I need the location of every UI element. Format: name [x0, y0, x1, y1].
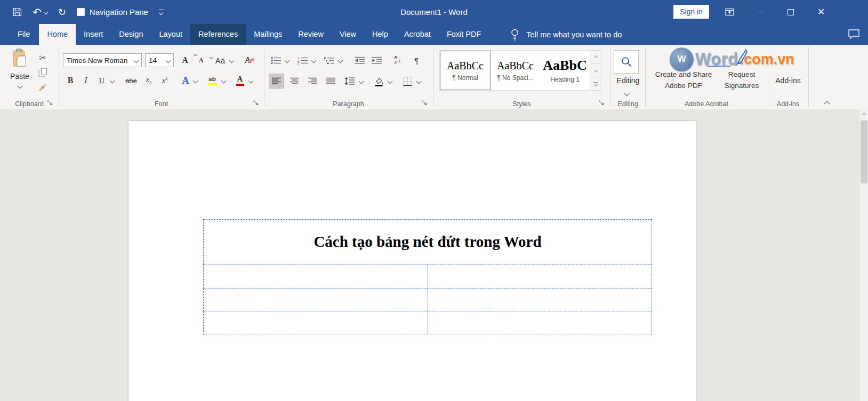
document-page[interactable]: Cách tạo bảng nét đứt trong Word	[128, 121, 696, 401]
change-case-button[interactable]: Aa	[212, 53, 228, 67]
bullets-button[interactable]	[270, 53, 283, 67]
table-cell[interactable]	[428, 288, 652, 311]
font-name-dropdown-icon[interactable]	[134, 58, 139, 63]
format-painter-button[interactable]	[35, 81, 50, 94]
change-case-dropdown-icon[interactable]	[228, 53, 235, 67]
shrink-font-button[interactable]: A	[194, 53, 208, 67]
align-center-button[interactable]	[287, 74, 302, 89]
add-ins-button[interactable]: Add-ins	[768, 76, 808, 85]
text-highlight-dropdown-icon[interactable]	[220, 74, 227, 87]
tab-help[interactable]: Help	[364, 24, 396, 45]
tab-design[interactable]: Design	[111, 24, 151, 45]
numbering-dropdown-icon[interactable]	[310, 53, 317, 67]
grow-font-button[interactable]: A	[178, 53, 192, 67]
editing-dropdown-icon[interactable]	[625, 88, 629, 98]
borders-button[interactable]	[400, 74, 415, 89]
clear-formatting-button[interactable]: A	[241, 53, 258, 67]
tab-insert[interactable]: Insert	[76, 24, 111, 45]
paste-button[interactable]: Paste	[4, 48, 35, 100]
feedback-bubble-icon[interactable]	[848, 29, 860, 39]
underline-dropdown-icon[interactable]	[109, 74, 115, 87]
line-spacing-button[interactable]	[342, 74, 357, 89]
styles-gallery-expand-icon[interactable]	[591, 77, 600, 90]
italic-button[interactable]: I	[80, 74, 92, 87]
font-dialog-launcher-icon[interactable]	[253, 100, 260, 107]
multilevel-dropdown-icon[interactable]	[337, 53, 343, 67]
redo-icon[interactable]: ↻	[58, 7, 66, 17]
maximize-button[interactable]	[783, 0, 799, 24]
navigation-pane-checkbox[interactable]	[77, 8, 85, 16]
borders-dropdown-icon[interactable]	[415, 74, 422, 88]
style-heading-1[interactable]: AaBbC Heading 1	[540, 51, 590, 90]
scroll-up-icon[interactable]	[859, 109, 868, 119]
shading-dropdown-icon[interactable]	[387, 74, 393, 88]
undo-button[interactable]: ↶	[33, 7, 47, 18]
justify-button[interactable]	[323, 74, 338, 89]
font-color-dropdown-icon[interactable]	[247, 74, 254, 87]
table-header-cell[interactable]: Cách tạo bảng nét đứt trong Word	[203, 219, 652, 264]
sort-button[interactable]: A Z ↓	[390, 53, 405, 67]
increase-indent-button[interactable]	[370, 53, 384, 67]
text-effects-button[interactable]: A	[179, 74, 192, 87]
editing-find-button[interactable]	[614, 50, 639, 74]
strikethrough-button[interactable]: abe	[122, 74, 141, 87]
navigation-pane-toggle[interactable]: Navigation Pane	[77, 7, 148, 17]
paragraph-dialog-launcher-icon[interactable]	[421, 100, 428, 107]
numbering-button[interactable]: 1 2 3	[296, 53, 309, 67]
undo-dropdown-icon[interactable]	[44, 10, 48, 14]
subscript-button[interactable]: x2	[142, 74, 156, 87]
ribbon-display-options-icon[interactable]	[721, 0, 737, 24]
editing-label[interactable]: Editing	[610, 76, 646, 85]
decrease-indent-button[interactable]	[353, 53, 367, 67]
text-highlight-button[interactable]: ab	[205, 74, 220, 87]
minimize-button[interactable]	[752, 0, 768, 24]
style-normal[interactable]: AaBbCc ¶ Normal	[440, 51, 491, 90]
table-cell[interactable]	[204, 264, 428, 288]
copy-button[interactable]	[35, 66, 50, 79]
create-share-adobe-pdf-button[interactable]: Create and Share Adobe PDF	[648, 48, 719, 92]
clipboard-dialog-launcher-icon[interactable]	[47, 100, 54, 107]
request-signatures-button[interactable]: Request Signatures	[719, 48, 765, 92]
align-left-button[interactable]	[269, 74, 284, 89]
tab-acrobat[interactable]: Acrobat	[396, 24, 439, 45]
sign-in-button[interactable]: Sign in	[673, 5, 709, 19]
align-right-button[interactable]	[305, 74, 320, 89]
tab-layout[interactable]: Layout	[151, 24, 190, 45]
customize-quick-access-icon[interactable]	[159, 10, 164, 14]
tab-foxit-pdf[interactable]: Foxit PDF	[439, 24, 489, 45]
close-button[interactable]: ✕	[813, 0, 829, 24]
font-name-combobox[interactable]: Times New Roman	[63, 53, 142, 67]
underline-button[interactable]: U	[96, 74, 108, 87]
table-cell[interactable]	[428, 311, 652, 334]
font-color-button[interactable]: A	[233, 74, 247, 87]
vertical-scrollbar[interactable]	[859, 109, 868, 401]
bold-button[interactable]: B	[64, 74, 77, 87]
table-cell[interactable]	[428, 264, 652, 288]
font-size-combobox[interactable]: 14	[145, 53, 174, 67]
table-cell[interactable]	[204, 311, 428, 334]
superscript-button[interactable]: x2	[158, 74, 172, 87]
tab-review[interactable]: Review	[290, 24, 332, 45]
tab-view[interactable]: View	[332, 24, 364, 45]
tab-mailings[interactable]: Mailings	[246, 24, 290, 45]
shading-button[interactable]	[371, 74, 386, 89]
line-spacing-dropdown-icon[interactable]	[358, 74, 364, 88]
styles-scroll-down-icon[interactable]	[591, 64, 600, 77]
scrollbar-thumb[interactable]	[861, 121, 867, 183]
tab-references[interactable]: References	[190, 24, 246, 45]
tell-me-box[interactable]: Tell me what you want to do	[510, 24, 622, 45]
styles-dialog-launcher-icon[interactable]	[598, 100, 605, 107]
styles-scroll-up-icon[interactable]	[591, 51, 600, 64]
tab-file[interactable]: File	[9, 24, 39, 45]
tab-home[interactable]: Home	[39, 24, 76, 45]
table-cell[interactable]	[204, 288, 428, 311]
paste-dropdown-icon[interactable]	[17, 84, 22, 89]
font-size-dropdown-icon[interactable]	[166, 58, 171, 63]
save-icon[interactable]	[13, 7, 22, 17]
text-effects-dropdown-icon[interactable]	[192, 74, 198, 87]
cut-button[interactable]: ✂	[35, 51, 50, 64]
multilevel-list-button[interactable]	[323, 53, 336, 67]
style-no-spacing[interactable]: AaBbCc ¶ No Spaci...	[491, 51, 540, 90]
show-formatting-marks-button[interactable]: ¶	[411, 53, 422, 67]
bullets-dropdown-icon[interactable]	[284, 53, 290, 67]
